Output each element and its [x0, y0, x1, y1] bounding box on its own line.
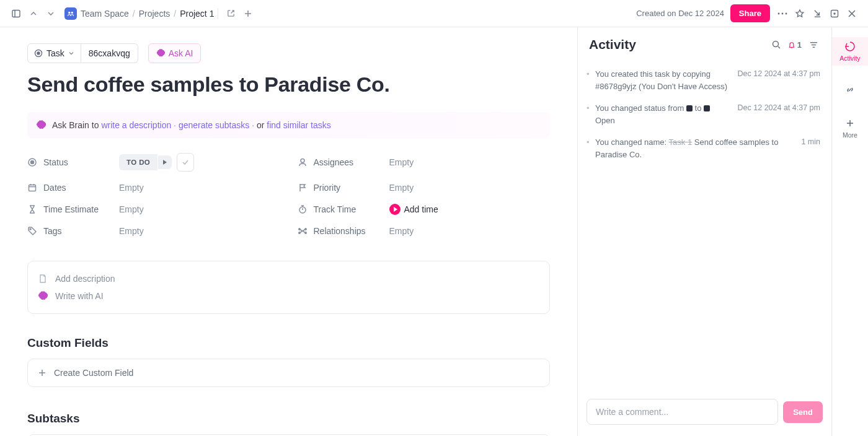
field-assignees: Assignees Empty	[298, 153, 551, 172]
task-id[interactable]: 86cxakvqg	[81, 43, 138, 63]
field-tags: Tags Empty	[27, 226, 280, 236]
activity-list: You created this task by copying #8678g9…	[578, 59, 831, 390]
svg-point-30	[298, 232, 299, 233]
svg-point-2	[68, 11, 70, 13]
plus-icon	[38, 368, 46, 377]
ask-ai-button[interactable]: Ask AI	[148, 43, 202, 63]
next-task-icon[interactable]	[42, 5, 60, 22]
svg-point-7	[782, 12, 784, 14]
status-pill-label[interactable]: TO DO	[119, 154, 157, 170]
field-status-value[interactable]: TO DO	[119, 153, 280, 172]
svg-line-36	[778, 46, 780, 48]
activity-time: Dec 12 2024 at 4:37 pm	[738, 68, 820, 92]
field-relationships-value[interactable]: Empty	[389, 226, 551, 236]
rail-more-tab[interactable]: More	[832, 114, 868, 142]
status-swatch	[704, 105, 710, 111]
link-icon	[844, 84, 856, 95]
task-type-dropdown[interactable]: Task	[27, 43, 81, 63]
created-on-label: Created on Dec 12 2024	[636, 9, 724, 18]
divider	[218, 8, 218, 19]
activity-header: Activity 1	[578, 27, 831, 59]
field-tags-label: Tags	[27, 226, 119, 236]
hourglass-icon	[27, 204, 37, 214]
tag-icon	[27, 226, 37, 236]
document-icon	[38, 274, 48, 284]
more-icon[interactable]	[774, 5, 791, 22]
activity-time: 1 min	[801, 136, 820, 160]
add-description-button[interactable]: Add description	[38, 270, 539, 287]
task-title[interactable]: Send coffee samples to Paradise Co.	[27, 72, 550, 97]
custom-fields-title: Custom Fields	[27, 336, 550, 350]
field-priority-label: Priority	[298, 183, 389, 193]
add-time-button[interactable]: Add time	[389, 204, 551, 215]
add-icon[interactable]	[239, 5, 257, 22]
ask-ai-label: Ask AI	[169, 48, 193, 58]
field-time-estimate: Time Estimate Empty	[27, 204, 280, 215]
prev-task-icon[interactable]	[25, 5, 42, 22]
rail-activity-tab[interactable]: Activity	[832, 37, 868, 66]
field-assignees-value[interactable]: Empty	[389, 157, 551, 167]
field-time-estimate-value[interactable]: Empty	[119, 204, 280, 214]
brain-icon	[156, 49, 165, 58]
svg-point-6	[778, 12, 780, 14]
assignees-icon	[298, 157, 308, 167]
send-button[interactable]: Send	[783, 401, 823, 423]
status-icon	[27, 157, 37, 167]
svg-rect-0	[12, 10, 20, 17]
search-icon[interactable]	[769, 38, 783, 51]
field-dates: Dates Empty	[27, 183, 280, 193]
status-pill-dropdown[interactable]	[157, 155, 172, 169]
calendar-icon	[27, 183, 37, 193]
chevron-down-icon	[68, 50, 74, 56]
svg-point-32	[304, 232, 306, 233]
move-task-icon[interactable]	[222, 5, 239, 22]
breadcrumb-project[interactable]: Project 1	[180, 9, 214, 19]
activity-title: Activity	[589, 37, 764, 52]
svg-point-19	[301, 159, 304, 162]
brain-banner-text: Ask Brain to write a description · gener…	[52, 120, 331, 130]
svg-point-31	[304, 229, 306, 230]
generate-subtasks-link[interactable]: generate subtasks	[179, 120, 249, 130]
relationships-icon	[298, 226, 308, 236]
filter-icon[interactable]	[807, 38, 820, 51]
status-swatch	[686, 105, 693, 111]
find-similar-link[interactable]: find similar tasks	[267, 120, 330, 130]
activity-item: You changed name: Task 1 Send coffee sam…	[595, 131, 820, 165]
fields-grid: Status TO DO Assignees Empty	[27, 153, 550, 236]
field-track-time: Track Time Add time	[298, 204, 551, 215]
field-dates-value[interactable]: Empty	[119, 183, 280, 193]
activity-panel: Activity 1 You created this task by copy…	[578, 27, 832, 436]
subtasks-title: Subtasks	[27, 412, 550, 425]
breadcrumb-folder[interactable]: Projects	[139, 9, 170, 19]
topbar: Team Space / Projects / Project 1 Create…	[0, 0, 868, 27]
field-tags-value[interactable]: Empty	[119, 226, 280, 236]
breadcrumb-space[interactable]: Team Space	[81, 9, 129, 19]
expand-icon[interactable]	[826, 5, 843, 22]
space-icon	[64, 7, 77, 20]
description-box: Add description Write with AI	[27, 261, 550, 314]
svg-point-17	[31, 160, 34, 164]
write-description-link[interactable]: write a description	[101, 120, 171, 130]
field-relationships: Relationships Empty	[298, 226, 551, 236]
rail-link-tab[interactable]	[832, 81, 868, 99]
create-custom-field-button[interactable]: Create Custom Field	[27, 359, 550, 387]
field-track-time-label: Track Time	[298, 204, 389, 214]
svg-point-3	[71, 11, 73, 13]
plus-icon	[844, 118, 856, 129]
comment-input[interactable]	[587, 399, 778, 425]
notifications-badge[interactable]: 1	[788, 38, 802, 51]
field-priority: Priority Empty	[298, 183, 551, 193]
download-icon[interactable]	[808, 5, 826, 22]
complete-checkbox[interactable]	[177, 153, 194, 172]
main-content: Task 86cxakvqg Ask AI Send coffee sample…	[0, 27, 578, 436]
svg-rect-20	[29, 185, 36, 191]
close-icon[interactable]	[843, 5, 861, 22]
field-priority-value[interactable]: Empty	[389, 183, 551, 193]
sidebar-toggle-icon[interactable]	[7, 5, 25, 22]
favorite-icon[interactable]	[791, 5, 808, 22]
activity-item: You created this task by copying #8678g9…	[595, 63, 820, 97]
activity-icon	[844, 41, 856, 52]
share-button[interactable]: Share	[730, 4, 770, 22]
field-status-label: Status	[27, 157, 119, 167]
write-with-ai-button[interactable]: Write with AI	[38, 287, 539, 305]
